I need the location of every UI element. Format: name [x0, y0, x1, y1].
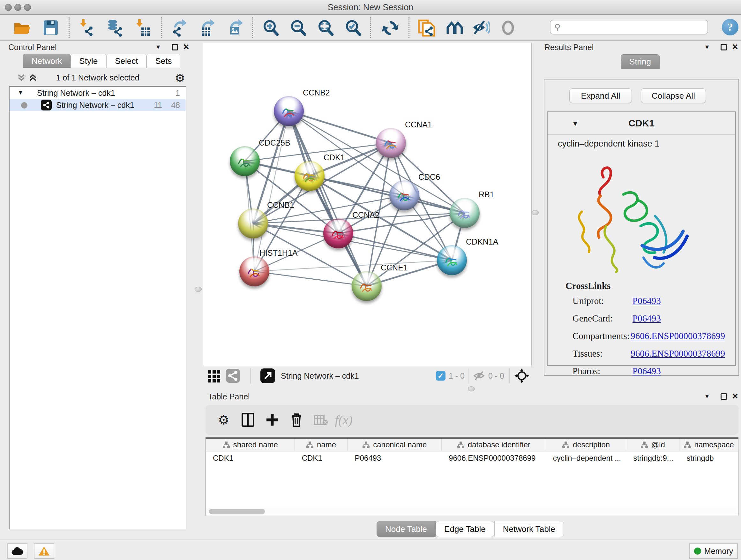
gear-icon[interactable]: ⚙	[175, 71, 185, 85]
tab-string[interactable]: String	[621, 54, 660, 69]
collapse-all-button[interactable]: Collapse All	[641, 88, 706, 103]
tab-select[interactable]: Select	[106, 54, 146, 68]
birdseye-toggle-icon[interactable]	[515, 369, 529, 383]
network-node-hist1h1a[interactable]	[239, 256, 269, 287]
export-network-icon[interactable]	[171, 19, 189, 37]
network-edge[interactable]	[289, 111, 367, 286]
warning-button[interactable]	[34, 543, 54, 559]
zoom-selected-icon[interactable]	[344, 19, 362, 37]
column-header-description[interactable]: description	[546, 439, 626, 451]
network-node-ccnb2[interactable]	[274, 96, 304, 126]
tree-expand-icon[interactable]: ▼	[17, 88, 24, 96]
results-panel-float-icon[interactable]: ▾	[705, 43, 709, 51]
network-node-ccna1[interactable]	[376, 128, 406, 158]
zoom-in-icon[interactable]	[262, 19, 280, 37]
add-column-icon[interactable]	[263, 411, 281, 429]
column-label: @id	[651, 440, 665, 449]
network-node-cdc25b[interactable]	[230, 146, 260, 176]
hide-panels-icon[interactable]	[472, 19, 490, 37]
table-cell[interactable]: stringdb:9...	[626, 452, 679, 464]
network-node-cdc6[interactable]	[389, 180, 419, 210]
table-cell[interactable]: CDK1	[206, 452, 295, 464]
table-settings-gear-icon[interactable]: ⚙	[214, 411, 233, 429]
import-network-icon[interactable]	[77, 19, 96, 37]
column-header-namespace[interactable]: namespace	[679, 439, 738, 451]
grid-view-icon[interactable]	[207, 369, 221, 383]
zoom-out-icon[interactable]	[289, 19, 308, 37]
network-edge[interactable]	[289, 111, 391, 143]
column-header-database-identifier[interactable]: database identifier	[442, 439, 546, 451]
network-current-dot	[21, 102, 27, 109]
string-view-icon[interactable]	[226, 369, 240, 383]
control-panel-float-icon[interactable]: ▾	[156, 43, 160, 51]
save-session-icon[interactable]	[42, 19, 60, 37]
table-cell[interactable]: cyclin–dependent ...	[546, 452, 626, 464]
network-edge[interactable]	[254, 271, 367, 286]
column-header-canonical-name[interactable]: canonical name	[347, 439, 442, 451]
column-header-name[interactable]: name	[295, 439, 348, 451]
control-panel-close-icon[interactable]: ×	[183, 44, 189, 50]
table-panel-close-icon[interactable]: ×	[732, 393, 738, 399]
table-panel-float-icon[interactable]: ▾	[705, 392, 709, 400]
horizontal-splitter-handle[interactable]	[468, 386, 475, 391]
search-field[interactable]: ⚲	[550, 20, 708, 35]
import-database-icon[interactable]	[105, 19, 124, 37]
table-panel-maximize-icon[interactable]	[721, 393, 727, 400]
inactive-eye-icon[interactable]	[499, 19, 518, 37]
show-columns-icon[interactable]	[239, 411, 257, 429]
table-cell[interactable]: 9606.ENSP00000378699	[442, 452, 546, 464]
crosslink-link[interactable]: 9606.ENSP00000378699	[630, 331, 725, 341]
open-in-window-icon[interactable]	[260, 369, 275, 383]
expand-all-button[interactable]: Expand All	[569, 88, 632, 103]
crosslink-link[interactable]: P06493	[632, 366, 661, 376]
results-panel-close-icon[interactable]: ×	[732, 44, 738, 50]
control-panel-maximize-icon[interactable]	[172, 44, 178, 51]
open-file-icon[interactable]	[13, 19, 31, 37]
network-edge[interactable]	[310, 176, 465, 213]
crosslink-link[interactable]: P06493	[632, 313, 661, 324]
search-input[interactable]	[560, 21, 708, 34]
export-image-icon[interactable]	[226, 19, 245, 37]
network-node-ccnb1[interactable]	[238, 208, 268, 239]
network-node-cdk1[interactable]	[294, 161, 325, 191]
help-button[interactable]: ?	[722, 19, 738, 36]
network-node-ccna2[interactable]	[323, 219, 353, 248]
cloud-button[interactable]	[7, 543, 27, 559]
import-table-icon[interactable]	[133, 19, 152, 37]
export-table-icon[interactable]	[198, 19, 216, 37]
right-splitter-handle[interactable]	[532, 210, 539, 215]
table-horizontal-scrollbar[interactable]	[206, 508, 736, 515]
tab-node-table[interactable]: Node Table	[377, 521, 435, 537]
tab-style[interactable]: Style	[71, 54, 106, 68]
control-panel-title: Control Panel	[8, 43, 57, 52]
network-row-selected[interactable]: String Network – cdk1 11 48	[10, 99, 186, 111]
tab-sets[interactable]: Sets	[146, 54, 180, 68]
table-toolbar: ⚙ f(x)	[205, 405, 738, 435]
results-panel-maximize-icon[interactable]	[721, 44, 727, 51]
tab-edge-table[interactable]: Edge Table	[435, 521, 494, 537]
tab-network-table[interactable]: Network Table	[494, 521, 564, 537]
column-header-shared-name[interactable]: shared name	[206, 439, 295, 451]
refresh-icon[interactable]	[381, 19, 400, 37]
checkbox-icon[interactable]: ✓	[436, 371, 446, 381]
duplicate-network-icon[interactable]	[417, 19, 436, 37]
left-splitter-handle[interactable]	[195, 287, 202, 292]
table-cell[interactable]: CDK1	[295, 452, 348, 464]
network-node-rb1[interactable]	[450, 198, 480, 228]
zoom-fit-icon[interactable]	[317, 19, 335, 37]
memory-button[interactable]: Memory	[689, 543, 738, 559]
table-cell[interactable]: stringdb	[679, 452, 738, 464]
column-header--id[interactable]: @id	[626, 439, 679, 451]
network-collection-row[interactable]: ▼ String Network – cdk1 1	[10, 87, 186, 99]
crosslink-link[interactable]: 9606.ENSP00000378699	[630, 348, 725, 359]
delete-column-icon[interactable]	[287, 411, 306, 429]
birdseye-icon[interactable]	[446, 19, 464, 37]
network-canvas[interactable]: CCNB2CCNA1CDC25BCDK1CDC6RB1CCNB1CCNA2CDK…	[203, 43, 532, 366]
tab-network[interactable]: Network	[23, 54, 71, 68]
table-cell[interactable]: P06493	[347, 452, 442, 464]
network-node-cdkn1a[interactable]	[437, 245, 467, 275]
scrollbar-thumb[interactable]	[209, 509, 265, 514]
search-icon: ⚲	[554, 22, 560, 32]
network-node-ccne1[interactable]	[352, 271, 382, 301]
crosslink-link[interactable]: P06493	[632, 296, 661, 306]
